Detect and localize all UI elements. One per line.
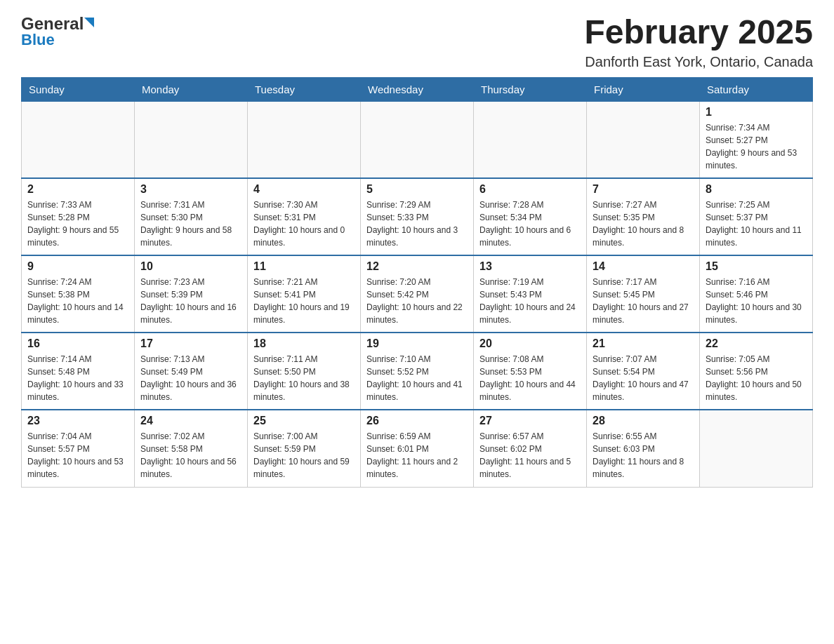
calendar-cell	[248, 101, 361, 178]
month-title: February 2025	[584, 14, 813, 51]
day-number: 17	[140, 337, 241, 350]
title-area: February 2025 Danforth East York, Ontari…	[584, 14, 813, 70]
day-number: 26	[366, 415, 468, 427]
calendar-week-row: 23Sunrise: 7:04 AM Sunset: 5:57 PM Dayli…	[22, 410, 813, 487]
day-number: 15	[706, 260, 807, 273]
calendar-week-row: 1Sunrise: 7:34 AM Sunset: 5:27 PM Daylig…	[22, 101, 813, 178]
day-number: 20	[479, 337, 581, 350]
day-number: 6	[479, 183, 581, 196]
calendar-cell: 13Sunrise: 7:19 AM Sunset: 5:43 PM Dayli…	[474, 255, 587, 333]
day-number: 27	[479, 415, 581, 427]
calendar-cell	[361, 101, 474, 178]
calendar-cell: 19Sunrise: 7:10 AM Sunset: 5:52 PM Dayli…	[361, 333, 474, 410]
day-info: Sunrise: 7:10 AM Sunset: 5:52 PM Dayligh…	[366, 353, 468, 403]
day-info: Sunrise: 7:34 AM Sunset: 5:27 PM Dayligh…	[706, 121, 807, 172]
day-number: 14	[593, 260, 694, 273]
calendar-cell: 22Sunrise: 7:05 AM Sunset: 5:56 PM Dayli…	[700, 333, 813, 410]
calendar-cell	[587, 101, 700, 178]
day-info: Sunrise: 7:23 AM Sunset: 5:39 PM Dayligh…	[140, 276, 241, 326]
day-info: Sunrise: 7:24 AM Sunset: 5:38 PM Dayligh…	[27, 276, 128, 326]
day-info: Sunrise: 7:11 AM Sunset: 5:50 PM Dayligh…	[253, 353, 355, 403]
day-number: 25	[253, 415, 355, 427]
day-info: Sunrise: 7:21 AM Sunset: 5:41 PM Dayligh…	[253, 276, 355, 326]
calendar-week-row: 16Sunrise: 7:14 AM Sunset: 5:48 PM Dayli…	[22, 333, 813, 410]
calendar-cell: 1Sunrise: 7:34 AM Sunset: 5:27 PM Daylig…	[700, 101, 813, 178]
calendar-cell: 6Sunrise: 7:28 AM Sunset: 5:34 PM Daylig…	[474, 178, 587, 255]
day-number: 21	[593, 337, 694, 350]
day-info: Sunrise: 6:57 AM Sunset: 6:02 PM Dayligh…	[479, 430, 581, 481]
calendar-week-row: 2Sunrise: 7:33 AM Sunset: 5:28 PM Daylig…	[22, 178, 813, 255]
day-info: Sunrise: 7:14 AM Sunset: 5:48 PM Dayligh…	[27, 353, 128, 403]
calendar-body: 1Sunrise: 7:34 AM Sunset: 5:27 PM Daylig…	[22, 101, 813, 487]
calendar-cell: 16Sunrise: 7:14 AM Sunset: 5:48 PM Dayli…	[22, 333, 135, 410]
calendar-cell: 4Sunrise: 7:30 AM Sunset: 5:31 PM Daylig…	[248, 178, 361, 255]
header-thursday: Thursday	[474, 77, 587, 101]
calendar-cell: 5Sunrise: 7:29 AM Sunset: 5:33 PM Daylig…	[361, 178, 474, 255]
day-info: Sunrise: 7:30 AM Sunset: 5:31 PM Dayligh…	[253, 199, 355, 249]
day-number: 18	[253, 337, 355, 350]
day-info: Sunrise: 7:13 AM Sunset: 5:49 PM Dayligh…	[140, 353, 241, 403]
day-number: 13	[479, 260, 581, 273]
day-number: 16	[27, 337, 128, 350]
calendar-cell	[474, 101, 587, 178]
header-saturday: Saturday	[700, 77, 813, 101]
day-number: 10	[140, 260, 241, 273]
calendar-cell: 25Sunrise: 7:00 AM Sunset: 5:59 PM Dayli…	[248, 410, 361, 487]
header-friday: Friday	[587, 77, 700, 101]
day-number: 22	[706, 337, 807, 350]
calendar-cell: 21Sunrise: 7:07 AM Sunset: 5:54 PM Dayli…	[587, 333, 700, 410]
day-number: 3	[140, 183, 241, 196]
svg-marker-0	[84, 18, 94, 27]
day-number: 2	[27, 183, 128, 196]
day-info: Sunrise: 7:33 AM Sunset: 5:28 PM Dayligh…	[27, 199, 128, 249]
calendar-cell: 20Sunrise: 7:08 AM Sunset: 5:53 PM Dayli…	[474, 333, 587, 410]
day-number: 28	[593, 415, 694, 427]
header-sunday: Sunday	[22, 77, 135, 101]
page-header: General Blue February 2025 Danforth East…	[21, 14, 813, 70]
calendar-week-row: 9Sunrise: 7:24 AM Sunset: 5:38 PM Daylig…	[22, 255, 813, 333]
calendar-cell: 3Sunrise: 7:31 AM Sunset: 5:30 PM Daylig…	[135, 178, 248, 255]
day-info: Sunrise: 7:08 AM Sunset: 5:53 PM Dayligh…	[479, 353, 581, 403]
day-number: 5	[366, 183, 468, 196]
calendar-cell: 14Sunrise: 7:17 AM Sunset: 5:45 PM Dayli…	[587, 255, 700, 333]
day-info: Sunrise: 7:16 AM Sunset: 5:46 PM Dayligh…	[706, 276, 807, 326]
day-info: Sunrise: 7:05 AM Sunset: 5:56 PM Dayligh…	[706, 353, 807, 403]
day-number: 11	[253, 260, 355, 273]
day-info: Sunrise: 7:07 AM Sunset: 5:54 PM Dayligh…	[593, 353, 694, 403]
header-wednesday: Wednesday	[361, 77, 474, 101]
calendar-cell: 24Sunrise: 7:02 AM Sunset: 5:58 PM Dayli…	[135, 410, 248, 487]
day-number: 7	[593, 183, 694, 196]
day-number: 24	[140, 415, 241, 427]
calendar-cell	[700, 410, 813, 487]
logo-blue-text: Blue	[21, 31, 55, 49]
day-info: Sunrise: 7:31 AM Sunset: 5:30 PM Dayligh…	[140, 199, 241, 249]
header-monday: Monday	[135, 77, 248, 101]
calendar-cell	[22, 101, 135, 178]
logo-area: General Blue	[21, 14, 100, 49]
day-info: Sunrise: 7:19 AM Sunset: 5:43 PM Dayligh…	[479, 276, 581, 326]
logo-triangle-icon	[84, 15, 100, 30]
location-title: Danforth East York, Ontario, Canada	[584, 54, 813, 70]
day-info: Sunrise: 7:27 AM Sunset: 5:35 PM Dayligh…	[593, 199, 694, 249]
day-number: 9	[27, 260, 128, 273]
day-number: 1	[706, 106, 807, 119]
day-number: 8	[706, 183, 807, 196]
day-info: Sunrise: 7:00 AM Sunset: 5:59 PM Dayligh…	[253, 430, 355, 481]
calendar-cell: 27Sunrise: 6:57 AM Sunset: 6:02 PM Dayli…	[474, 410, 587, 487]
day-number: 23	[27, 415, 128, 427]
day-info: Sunrise: 7:17 AM Sunset: 5:45 PM Dayligh…	[593, 276, 694, 326]
day-info: Sunrise: 6:55 AM Sunset: 6:03 PM Dayligh…	[593, 430, 694, 481]
calendar-cell: 15Sunrise: 7:16 AM Sunset: 5:46 PM Dayli…	[700, 255, 813, 333]
header-tuesday: Tuesday	[248, 77, 361, 101]
calendar-cell: 23Sunrise: 7:04 AM Sunset: 5:57 PM Dayli…	[22, 410, 135, 487]
calendar-cell: 18Sunrise: 7:11 AM Sunset: 5:50 PM Dayli…	[248, 333, 361, 410]
day-number: 12	[366, 260, 468, 273]
calendar-cell: 28Sunrise: 6:55 AM Sunset: 6:03 PM Dayli…	[587, 410, 700, 487]
day-info: Sunrise: 7:02 AM Sunset: 5:58 PM Dayligh…	[140, 430, 241, 481]
calendar-cell: 26Sunrise: 6:59 AM Sunset: 6:01 PM Dayli…	[361, 410, 474, 487]
calendar-cell: 2Sunrise: 7:33 AM Sunset: 5:28 PM Daylig…	[22, 178, 135, 255]
day-info: Sunrise: 6:59 AM Sunset: 6:01 PM Dayligh…	[366, 430, 468, 481]
calendar-cell: 12Sunrise: 7:20 AM Sunset: 5:42 PM Dayli…	[361, 255, 474, 333]
calendar-cell: 9Sunrise: 7:24 AM Sunset: 5:38 PM Daylig…	[22, 255, 135, 333]
day-number: 4	[253, 183, 355, 196]
